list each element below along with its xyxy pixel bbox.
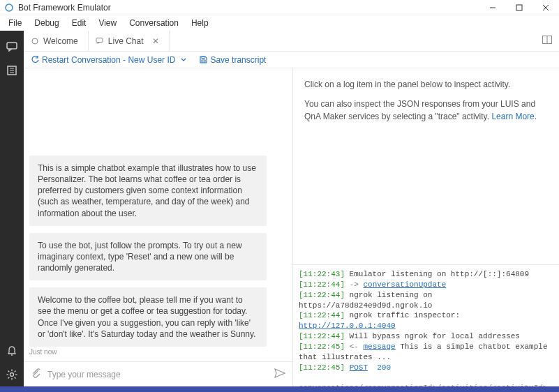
svg-rect-5: [7, 43, 17, 49]
restart-conversation-button[interactable]: Restart Conversation - New User ID: [31, 55, 188, 65]
menu-debug[interactable]: Debug: [29, 17, 64, 29]
log-link[interactable]: message: [363, 342, 395, 351]
conversation-toolbar: Restart Conversation - New User ID Save …: [24, 52, 559, 68]
inspector-panel: Click on a log item in the panel below t…: [293, 68, 559, 128]
log-line[interactable]: [11:22:44] Will bypass ngrok for local a…: [299, 331, 553, 342]
log-link[interactable]: conversationUpdate: [363, 280, 446, 289]
menubar: File Debug Edit View Conversation Help: [0, 15, 559, 31]
chat-icon[interactable]: [0, 35, 24, 59]
tab-strip: Welcome Live Chat ✕: [24, 31, 559, 52]
notifications-icon[interactable]: [0, 339, 24, 363]
save-transcript-label: Save transcript: [210, 55, 266, 65]
right-pane: Click on a log item in the panel below t…: [293, 68, 559, 386]
chat-messages: This is a simple chatbot example that il…: [24, 68, 292, 361]
window-controls: [479, 0, 559, 15]
restart-icon: [31, 56, 39, 64]
restart-label: Restart Conversation - New User ID: [42, 55, 175, 65]
bot-message[interactable]: Welcome to the coffee bot, please tell m…: [29, 287, 267, 347]
titlebar: Bot Framework Emulator: [0, 0, 559, 15]
svg-point-11: [10, 373, 14, 377]
menu-edit[interactable]: Edit: [66, 17, 92, 29]
menu-view[interactable]: View: [93, 17, 122, 29]
chat-input-row: [24, 361, 292, 386]
window-title: Bot Framework Emulator: [18, 3, 111, 13]
svg-line-16: [8, 371, 10, 372]
split-editor-icon[interactable]: [542, 36, 552, 46]
bot-message[interactable]: This is a simple chatbot example that il…: [29, 156, 267, 226]
tab-welcome-label: Welcome: [43, 36, 78, 46]
close-button[interactable]: [532, 0, 559, 15]
tab-welcome[interactable]: Welcome: [24, 31, 89, 51]
welcome-icon: [31, 37, 39, 45]
svg-point-0: [6, 4, 13, 11]
settings-icon[interactable]: [0, 363, 24, 386]
log-line[interactable]: [11:22:45] <- message This is a simple c…: [299, 342, 553, 363]
log-link[interactable]: http://127.0.0.1:4040: [299, 322, 396, 330]
log-line-path: conversations/<conversationId>/activitie…: [299, 372, 553, 386]
svg-line-17: [15, 377, 16, 379]
message-timestamp: Just now: [29, 348, 287, 356]
svg-line-18: [15, 371, 16, 372]
resources-icon[interactable]: [0, 59, 24, 82]
menu-conversation[interactable]: Conversation: [124, 17, 184, 29]
editor-area: Welcome Live Chat ✕ Restart Con: [24, 31, 559, 386]
message-input[interactable]: [47, 370, 267, 379]
send-icon[interactable]: [274, 368, 285, 380]
inspector-description: You can also inspect the JSON responses …: [304, 98, 548, 123]
svg-rect-24: [202, 60, 205, 62]
close-tab-icon[interactable]: ✕: [152, 37, 159, 45]
log-link[interactable]: POST: [350, 363, 368, 372]
tab-livechat-label: Live Chat: [108, 36, 144, 46]
log-line[interactable]: [11:22:45] POST 200: [299, 363, 553, 373]
log-status-code: 200: [377, 363, 391, 372]
tab-livechat[interactable]: Live Chat ✕: [89, 31, 170, 51]
save-icon: [199, 56, 207, 64]
log-line[interactable]: [11:22:44] -> conversationUpdate: [299, 280, 553, 290]
log-line[interactable]: [11:22:44] ngrok traffic inspector: http…: [299, 310, 553, 331]
svg-line-19: [8, 377, 10, 379]
maximize-button[interactable]: [506, 0, 532, 15]
menu-help[interactable]: Help: [186, 17, 214, 29]
activity-bar: [0, 31, 24, 386]
log-panel[interactable]: [11:22:43] Emulator listening on http://…: [293, 264, 559, 386]
chevron-down-icon[interactable]: [179, 56, 188, 64]
log-line[interactable]: [11:22:43] Emulator listening on http://…: [299, 269, 553, 280]
chat-tab-icon: [96, 37, 104, 45]
panes: This is a simple chatbot example that il…: [24, 68, 559, 386]
svg-point-20: [32, 38, 38, 44]
minimize-button[interactable]: [479, 0, 506, 15]
status-bar: [0, 386, 559, 392]
menu-file[interactable]: File: [3, 17, 27, 29]
app-icon: [4, 3, 14, 13]
attachment-icon[interactable]: [31, 368, 40, 381]
bot-message[interactable]: To use the bot, just follow the prompts.…: [29, 233, 267, 281]
main-layout: Welcome Live Chat ✕ Restart Con: [0, 31, 559, 386]
learn-more-link[interactable]: Learn More.: [491, 112, 537, 121]
svg-rect-21: [96, 38, 103, 43]
svg-rect-25: [202, 57, 204, 59]
inspector-hint: Click on a log item in the panel below t…: [304, 78, 548, 91]
log-line[interactable]: [11:22:44] ngrok listening on https://a7…: [299, 290, 553, 311]
chat-pane: This is a simple chatbot example that il…: [24, 68, 293, 386]
save-transcript-button[interactable]: Save transcript: [199, 55, 266, 65]
svg-rect-2: [516, 5, 522, 10]
